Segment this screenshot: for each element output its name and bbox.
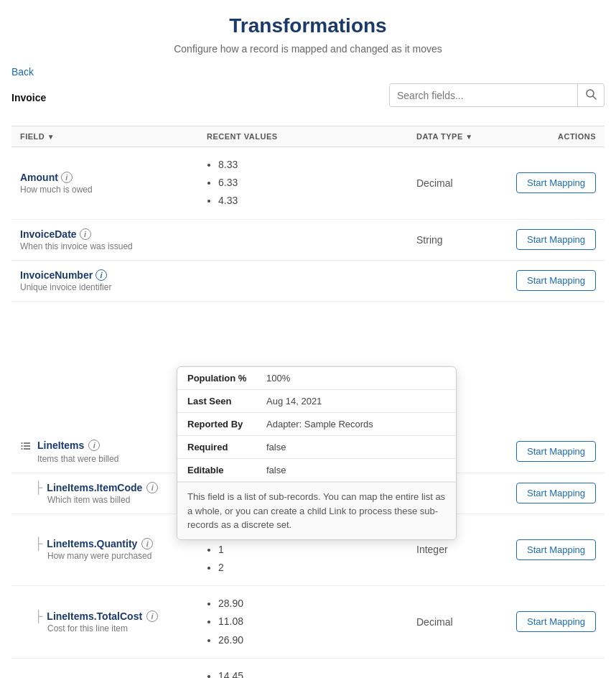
tooltip-label: Last Seen <box>187 396 266 407</box>
actions-cell: Start Mapping <box>503 441 596 462</box>
field-name: InvoiceDate i <box>20 228 207 240</box>
page-container: Transformations Configure how a record i… <box>0 0 616 678</box>
field-desc: Unique invoice identifier <box>20 282 207 292</box>
field-name-text: InvoiceDate <box>20 228 77 240</box>
tooltip-label: Population % <box>187 373 266 384</box>
svg-point-5 <box>22 442 23 444</box>
info-icon[interactable]: i <box>61 172 73 183</box>
indent-icon: ├ <box>34 610 42 622</box>
start-mapping-button[interactable]: Start Mapping <box>516 611 596 632</box>
field-cell: Amount i How much is owed <box>20 172 207 195</box>
tooltip-label: Reported By <box>187 419 266 429</box>
search-bar-row <box>389 83 605 107</box>
field-cell: ├ LineItems.Quantity i How many were pur… <box>20 538 207 561</box>
data-type: Decimal <box>416 616 503 628</box>
table-header: FIELD ▼ RECENT VALUES DATA TYPE ▼ ACTION… <box>11 126 605 147</box>
search-input[interactable] <box>390 85 577 106</box>
recent-values: 8.336.334.33 <box>207 156 416 210</box>
actions-cell: Start Mapping <box>503 229 596 250</box>
list-icon <box>20 440 33 452</box>
field-name-text: Amount <box>20 172 58 183</box>
entity-label: Invoice <box>11 92 46 103</box>
info-icon[interactable]: i <box>146 610 158 622</box>
field-cell: ├ LineItems.TotalCost i Cost for this li… <box>20 610 207 633</box>
header-data-type: DATA TYPE ▼ <box>416 132 503 141</box>
indent-icon: ├ <box>34 482 42 493</box>
field-name: Amount i <box>20 172 207 183</box>
tooltip-value: Aug 14, 2021 <box>266 396 322 407</box>
actions-cell: Start Mapping <box>503 483 596 503</box>
field-name: InvoiceNumber i <box>20 269 207 281</box>
page-subtitle: Configure how a record is mapped and cha… <box>11 43 605 55</box>
search-icon <box>585 88 597 100</box>
back-link[interactable]: Back <box>11 66 34 78</box>
field-desc: Cost for this line item <box>47 623 207 633</box>
list-bullet-icon <box>20 440 33 452</box>
recent-values: 14.4513.4512.45 <box>207 667 416 678</box>
header-field: FIELD ▼ <box>20 132 207 141</box>
info-icon[interactable]: i <box>88 440 100 451</box>
actions-cell: Start Mapping <box>503 172 596 193</box>
info-icon[interactable]: i <box>141 538 153 549</box>
page-title: Transformations <box>11 14 605 37</box>
svg-point-7 <box>22 448 23 450</box>
field-cell: InvoiceDate i When this invoice was issu… <box>20 228 207 251</box>
field-cell: InvoiceNumber i Unique invoice identifie… <box>20 269 207 292</box>
field-name: ├ LineItems.Quantity i <box>34 538 207 549</box>
field-name-text: LineItems.Quantity <box>47 538 137 549</box>
start-mapping-button[interactable]: Start Mapping <box>516 539 596 560</box>
info-icon[interactable]: i <box>146 482 158 493</box>
tooltip-value: Adapter: Sample Records <box>266 419 373 429</box>
info-icon[interactable]: i <box>80 228 91 240</box>
svg-point-6 <box>22 445 23 447</box>
tooltip-value: false <box>266 465 286 475</box>
start-mapping-button[interactable]: Start Mapping <box>516 441 596 462</box>
field-desc: How many were purchased <box>47 551 207 561</box>
actions-cell: Start Mapping <box>503 611 596 632</box>
field-name-text: InvoiceNumber <box>20 269 93 281</box>
actions-cell: Start Mapping <box>503 270 596 291</box>
recent-values: 28.9011.0826.90 <box>207 595 416 649</box>
header-actions: ACTIONS <box>503 132 596 141</box>
tooltip-row-population: Population % 100% <box>177 367 456 390</box>
table-row: Amount i How much is owed 8.336.334.33 D… <box>11 147 605 220</box>
tooltip-row-lastseen: Last Seen Aug 14, 2021 <box>177 390 456 413</box>
tooltip-popup: Population % 100% Last Seen Aug 14, 2021… <box>177 366 457 540</box>
header-recent-values: RECENT VALUES <box>207 132 416 141</box>
table-body: Amount i How much is owed 8.336.334.33 D… <box>11 147 605 678</box>
actions-cell: Start Mapping <box>503 539 596 560</box>
svg-line-1 <box>593 96 596 99</box>
data-type: String <box>416 234 503 246</box>
tooltip-row-required: Required false <box>177 436 456 459</box>
field-desc: How much is owed <box>20 185 207 195</box>
field-name-text: LineItems.TotalCost <box>47 610 142 622</box>
table-row: InvoiceNumber i Unique invoice identifie… <box>11 261 605 302</box>
table-row: ├ LineItems.TotalCost i Cost for this li… <box>11 586 605 659</box>
indent-icon: ├ <box>34 538 42 549</box>
search-button[interactable] <box>577 84 604 106</box>
tooltip-label: Editable <box>187 465 266 475</box>
start-mapping-button[interactable]: Start Mapping <box>516 270 596 291</box>
tooltip-note: This field is a list of sub-records. You… <box>177 482 456 539</box>
info-icon[interactable]: i <box>95 269 107 281</box>
tooltip-value: 100% <box>266 373 290 384</box>
field-name: ├ LineItems.TotalCost i <box>34 610 207 622</box>
search-wrapper <box>389 83 605 107</box>
start-mapping-button[interactable]: Start Mapping <box>516 172 596 193</box>
tooltip-label: Required <box>187 442 266 452</box>
table-row: InvoiceDate i When this invoice was issu… <box>11 220 605 261</box>
field-desc: When this invoice was issued <box>20 241 207 251</box>
start-mapping-button[interactable]: Start Mapping <box>516 483 596 503</box>
tooltip-row-reportedby: Reported By Adapter: Sample Records <box>177 413 456 436</box>
tooltip-row-editable: Editable false <box>177 459 456 482</box>
start-mapping-button[interactable]: Start Mapping <box>516 229 596 250</box>
table-row: └ LineItems.UnitCost i 14.4513.4512.45 S… <box>11 659 605 678</box>
data-type: Decimal <box>416 177 503 189</box>
data-type: Integer <box>416 544 503 555</box>
field-name-text: LineItems <box>37 440 84 451</box>
field-name-text: LineItems.ItemCode <box>47 482 142 493</box>
tooltip-value: false <box>266 442 286 452</box>
